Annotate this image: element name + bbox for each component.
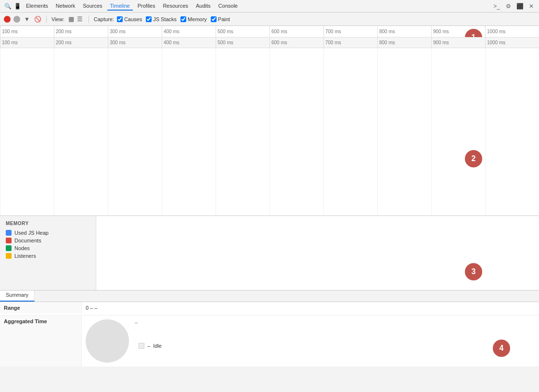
ruler2-tick-8: 800 ms xyxy=(377,38,431,48)
nav-item-resources[interactable]: Resources xyxy=(160,2,191,11)
ruler2-tick-3: 300 ms xyxy=(108,38,162,48)
memory-checkbox[interactable]: Memory xyxy=(180,16,207,22)
nav-item-network[interactable]: Network xyxy=(53,2,78,11)
tab-summary[interactable]: Summary xyxy=(0,291,35,302)
memory-chart: 3 xyxy=(96,216,539,290)
legend-listeners-label: Listeners xyxy=(14,253,36,259)
record-button[interactable] xyxy=(4,16,11,23)
ruler-tick-4: 400 ms xyxy=(162,26,216,37)
view-label: View: xyxy=(51,16,64,22)
legend-nodes: Nodes xyxy=(6,245,90,251)
legend-documents: Documents xyxy=(6,238,90,243)
filter-icon[interactable]: ▼ xyxy=(23,15,31,23)
ruler-tick-8: 800 ms xyxy=(377,26,431,37)
ruler2-tick-6: 600 ms xyxy=(270,38,323,48)
grid-col-10 xyxy=(485,48,539,215)
nav-item-timeline[interactable]: Timeline xyxy=(107,2,133,11)
ruler-tick-1: 100 ms xyxy=(0,26,54,37)
top-nav: 🔍 📱 Elements Network Sources Timeline Pr… xyxy=(0,0,539,13)
range-label: Range xyxy=(0,302,82,314)
grid-col-5 xyxy=(216,48,270,215)
range-value: 0 – – xyxy=(82,302,101,314)
ruler-tick-7: 700 ms xyxy=(323,26,377,37)
badge-3: 3 xyxy=(465,263,482,280)
legend-used-js-heap: Used JS Heap xyxy=(6,230,90,236)
memory-panel: MEMORY Used JS Heap Documents Nodes List… xyxy=(0,215,539,290)
timeline-content[interactable]: 2 xyxy=(0,48,539,215)
memory-title: MEMORY xyxy=(6,221,90,226)
ruler-ticks: 100 ms 200 ms 300 ms 400 ms 500 ms 600 m… xyxy=(0,26,539,37)
ruler2-tick-9: 900 ms xyxy=(431,38,485,48)
list-icon[interactable]: ☰ xyxy=(76,14,84,24)
nav-item-profiles[interactable]: Profiles xyxy=(135,2,158,11)
bar-chart-icon[interactable]: ▦ xyxy=(67,14,75,24)
idle-text: Idle xyxy=(153,343,162,349)
ruler2-tick-2: 200 ms xyxy=(54,38,108,48)
separator xyxy=(46,15,47,23)
ruler-tick-2: 200 ms xyxy=(54,26,108,37)
nav-item-audits[interactable]: Audits xyxy=(193,2,214,11)
aggregated-row: Aggregated Time – – Idle 4 xyxy=(0,316,539,367)
nav-right-icons: >_ ⚙ ⬛ ✕ xyxy=(493,2,535,10)
idle-legend: – Idle xyxy=(139,343,162,349)
js-stacks-checkbox[interactable]: JS Stacks xyxy=(146,16,177,22)
ruler-tick-3: 300 ms xyxy=(108,26,162,37)
badge-2: 2 xyxy=(465,150,482,167)
memory-legend: MEMORY Used JS Heap Documents Nodes List… xyxy=(0,216,96,290)
capture-label: Capture: xyxy=(94,16,114,22)
timeline-main: 100 ms 200 ms 300 ms 400 ms 500 ms 600 m… xyxy=(0,38,539,215)
causes-checkbox[interactable]: Causes xyxy=(117,16,142,22)
grid-col-2 xyxy=(54,48,108,215)
grid-col-4 xyxy=(162,48,216,215)
search-icon[interactable]: 🔍 xyxy=(4,2,12,10)
ruler2-inner: 100 ms 200 ms 300 ms 400 ms 500 ms 600 m… xyxy=(0,38,539,48)
ruler-tick-6: 600 ms xyxy=(270,26,323,37)
nav-item-sources[interactable]: Sources xyxy=(80,2,105,11)
capture-checkboxes: Causes JS Stacks Memory Paint xyxy=(117,16,230,22)
toolbar: ▼ 🚫 View: ▦ ☰ Capture: Causes JS Stacks … xyxy=(0,13,539,26)
legend-listeners: Listeners xyxy=(6,253,90,259)
nav-item-elements[interactable]: Elements xyxy=(23,2,51,11)
grid-col-8 xyxy=(377,48,431,215)
legend-documents-label: Documents xyxy=(14,238,41,243)
range-row: Range 0 – – xyxy=(0,302,539,316)
documents-dot xyxy=(6,238,12,243)
ruler-tick-5: 500 ms xyxy=(216,26,270,37)
grid-col-6 xyxy=(270,48,323,215)
overview-ruler: 100 ms 200 ms 300 ms 400 ms 500 ms 600 m… xyxy=(0,26,539,38)
summary-panel: Summary Range 0 – – Aggregated Time – – … xyxy=(0,290,539,367)
nodes-dot xyxy=(6,245,12,251)
separator2 xyxy=(89,15,89,23)
layout-icon[interactable]: ⬛ xyxy=(516,2,524,10)
ruler2-tick-7: 700 ms xyxy=(323,38,377,48)
view-icons: ▦ ☰ xyxy=(67,14,84,24)
grid-col-1 xyxy=(0,48,54,215)
stop-button[interactable] xyxy=(13,16,20,23)
idle-label: – xyxy=(147,343,150,349)
device-icon[interactable]: 📱 xyxy=(13,2,21,10)
idle-item: – Idle xyxy=(139,343,162,349)
pie-chart xyxy=(86,319,129,363)
ruler2-tick-1: 100 ms xyxy=(0,38,54,48)
grid-col-9 xyxy=(431,48,485,215)
paint-checkbox[interactable]: Paint xyxy=(211,16,230,22)
badge-4: 4 xyxy=(493,340,510,357)
used-js-heap-dot xyxy=(6,230,12,236)
ruler2-tick-4: 400 ms xyxy=(162,38,216,48)
aggregated-label: Aggregated Time xyxy=(0,316,82,367)
ruler2-tick-5: 500 ms xyxy=(216,38,270,48)
aggregated-content: – – Idle 4 xyxy=(82,316,539,367)
timeline-grid xyxy=(0,48,539,215)
aggregated-value: – xyxy=(135,319,138,325)
clear-icon[interactable]: 🚫 xyxy=(34,15,41,23)
idle-dot xyxy=(139,343,144,349)
nav-item-console[interactable]: Console xyxy=(216,2,241,11)
legend-used-js-heap-label: Used JS Heap xyxy=(14,230,49,236)
settings-icon[interactable]: ⚙ xyxy=(504,2,512,10)
terminal-icon[interactable]: >_ xyxy=(493,2,500,10)
ruler2-tick-10: 1000 ms xyxy=(485,38,539,48)
ruler-tick-10: 1000 ms xyxy=(485,26,539,37)
close-icon[interactable]: ✕ xyxy=(527,2,535,10)
grid-col-7 xyxy=(323,48,377,215)
summary-tabs: Summary xyxy=(0,291,539,302)
